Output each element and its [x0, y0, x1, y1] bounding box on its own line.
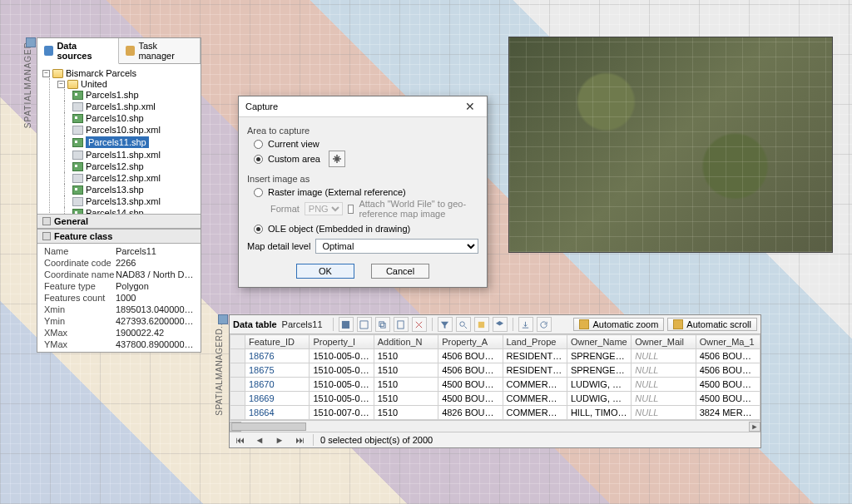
toolbar-paste-icon[interactable] — [394, 317, 409, 332]
row-selector[interactable] — [230, 406, 245, 420]
radio-custom-area[interactable]: Custom area — [254, 151, 478, 167]
column-header[interactable]: Owner_Mail — [632, 335, 696, 349]
table-row[interactable]: 186701510-005-06015104500 BOULDER ..COMM… — [230, 378, 760, 392]
cell[interactable]: 4500 BOULDER .. — [438, 378, 503, 392]
pager-prev-icon[interactable]: ◄ — [253, 435, 266, 445]
column-header[interactable]: Property_A — [438, 335, 503, 349]
cell[interactable]: 18676 — [245, 349, 310, 363]
cell[interactable]: 4500 BOULDER .. — [696, 378, 760, 392]
cell[interactable]: SPRENGER, MO.. — [567, 363, 631, 378]
tree-node-label[interactable]: United — [81, 79, 107, 89]
pager-last-icon[interactable]: ⏭ — [293, 435, 306, 445]
tree-file-label[interactable]: Parcels10.shp — [86, 113, 144, 123]
cell[interactable]: 18664 — [245, 406, 310, 420]
radio-ole-object[interactable]: OLE object (Embedded in drawing) — [254, 224, 478, 234]
cell[interactable]: 1510-005-055 — [310, 349, 374, 363]
cell[interactable]: 18670 — [245, 378, 310, 392]
data-sources-tree[interactable]: −Bismarck Parcels −United Parcels1.shpPa… — [37, 64, 201, 214]
expand-toggle[interactable]: − — [57, 81, 65, 88]
cell[interactable]: SPRENGER, MO.. — [567, 349, 631, 363]
cell[interactable]: RESIDENTIAL — [503, 363, 567, 378]
pager-first-icon[interactable]: ⏮ — [233, 435, 246, 445]
automatic-zoom-toggle[interactable]: Automatic zoom — [573, 318, 664, 331]
cell[interactable]: 3824 MERCURY .. — [696, 406, 760, 420]
table-row[interactable]: 186761510-005-05515104506 BOULDER ..RESI… — [230, 349, 760, 363]
cell[interactable]: 1510 — [374, 392, 438, 406]
tree-file-label[interactable]: Parcels1.shp.xml — [86, 101, 156, 111]
table-row[interactable]: 186641510-007-00115104826 BOULDER ..COMM… — [230, 406, 760, 420]
column-header[interactable]: Addition_N — [374, 335, 438, 349]
row-selector[interactable] — [230, 349, 245, 363]
toolbar-filter-icon[interactable] — [438, 317, 453, 332]
cell[interactable]: 4506 BOULDER .. — [438, 363, 503, 378]
tree-file-label[interactable]: Parcels14.shp — [86, 208, 144, 214]
tab-task-manager[interactable]: Task manager — [119, 38, 201, 63]
scroll-right-icon[interactable]: ► — [749, 422, 760, 432]
pager-next-icon[interactable]: ► — [273, 435, 286, 445]
tree-file-label[interactable]: Parcels11.shp.xml — [86, 150, 161, 160]
tree-node-label[interactable]: Bismarck Parcels — [66, 68, 136, 78]
row-selector[interactable] — [230, 392, 245, 406]
cell[interactable]: NULL — [632, 363, 696, 378]
toolbar-copy-icon[interactable] — [375, 317, 390, 332]
horizontal-scrollbar[interactable]: ◄ ► — [230, 420, 760, 432]
cell[interactable]: 18675 — [245, 363, 310, 378]
cancel-button[interactable]: Cancel — [371, 264, 429, 279]
toolbar-save-icon[interactable] — [339, 317, 354, 332]
tree-file-label[interactable]: Parcels12.shp.xml — [86, 173, 161, 183]
expand-toggle[interactable]: − — [42, 70, 50, 77]
tree-file-label[interactable]: Parcels13.shp — [86, 185, 144, 195]
panel-pin-icon[interactable] — [26, 37, 36, 47]
tree-file-label[interactable]: Parcels10.shp.xml — [86, 125, 161, 135]
tree-file-label[interactable]: Parcels1.shp — [86, 90, 139, 100]
cell[interactable]: COMMERCIAL — [503, 392, 567, 406]
cell[interactable]: 1510 — [374, 349, 438, 363]
cell[interactable]: 1510-007-001 — [310, 406, 374, 420]
cell[interactable]: 4506 BOULDER .. — [696, 349, 760, 363]
data-grid[interactable]: Feature_IDProperty_IAddition_NProperty_A… — [230, 334, 760, 420]
panel-pin-icon[interactable] — [218, 314, 228, 324]
row-selector[interactable] — [230, 363, 245, 378]
row-selector[interactable] — [230, 378, 245, 392]
cell[interactable]: NULL — [632, 378, 696, 392]
dialog-titlebar[interactable]: Capture ✕ — [239, 96, 487, 117]
map-detail-select[interactable]: Optimal — [315, 239, 478, 254]
cell[interactable]: COMMERCIAL — [503, 406, 567, 420]
section-general[interactable]: General — [37, 214, 201, 229]
close-icon[interactable]: ✕ — [458, 100, 482, 113]
cell[interactable]: 1510-005-060 — [310, 378, 374, 392]
toolbar-delete-icon[interactable] — [412, 317, 427, 332]
table-row[interactable]: 186691510-005-06015104500 BOULDER ..COMM… — [230, 392, 760, 406]
cell[interactable]: LUDWIG, CHRIS.. — [567, 378, 631, 392]
automatic-scroll-toggle[interactable]: Automatic scroll — [667, 318, 757, 331]
toolbar-refresh-icon[interactable] — [537, 317, 552, 332]
cell[interactable]: 18669 — [245, 392, 310, 406]
toolbar-highlight-icon[interactable] — [474, 317, 489, 332]
pick-area-button[interactable] — [329, 151, 345, 167]
cell[interactable]: 1510-005-060 — [310, 392, 374, 406]
left-panel-toggle-icons[interactable] — [26, 37, 36, 47]
cell[interactable]: LUDWIG, CHRIS.. — [567, 392, 631, 406]
column-header[interactable]: Feature_ID — [245, 335, 310, 349]
tree-file-label[interactable]: Parcels12.shp — [86, 161, 144, 171]
toolbar-export-icon[interactable] — [518, 317, 533, 332]
cell[interactable]: 4500 BOULDER .. — [696, 392, 760, 406]
tree-file-label[interactable]: Parcels13.shp.xml — [86, 196, 161, 206]
table-row[interactable]: 186751510-005-05515104506 BOULDER ..RESI… — [230, 363, 760, 378]
cell[interactable]: 1510 — [374, 406, 438, 420]
scroll-thumb[interactable] — [231, 422, 306, 431]
cell[interactable]: 4506 BOULDER .. — [438, 349, 503, 363]
cell[interactable]: RESIDENTIAL — [503, 349, 567, 363]
cell[interactable]: HILL, TIMOTHY.. — [567, 406, 631, 420]
tree-file-label[interactable]: Parcels11.shp — [86, 136, 149, 148]
data-panel-toggle-icons[interactable] — [218, 314, 228, 324]
column-header[interactable]: Property_I — [310, 335, 374, 349]
column-header[interactable]: Owner_Name — [567, 335, 631, 349]
column-header[interactable]: Land_Prope — [503, 335, 567, 349]
radio-raster-image[interactable]: Raster image (External reference) — [254, 187, 478, 197]
cell[interactable]: COMMERCIAL — [503, 378, 567, 392]
cell[interactable]: 4500 BOULDER .. — [438, 392, 503, 406]
cell[interactable]: 1510-005-055 — [310, 363, 374, 378]
cell[interactable]: 4506 BOULDER .. — [696, 363, 760, 378]
cell[interactable]: NULL — [632, 406, 696, 420]
